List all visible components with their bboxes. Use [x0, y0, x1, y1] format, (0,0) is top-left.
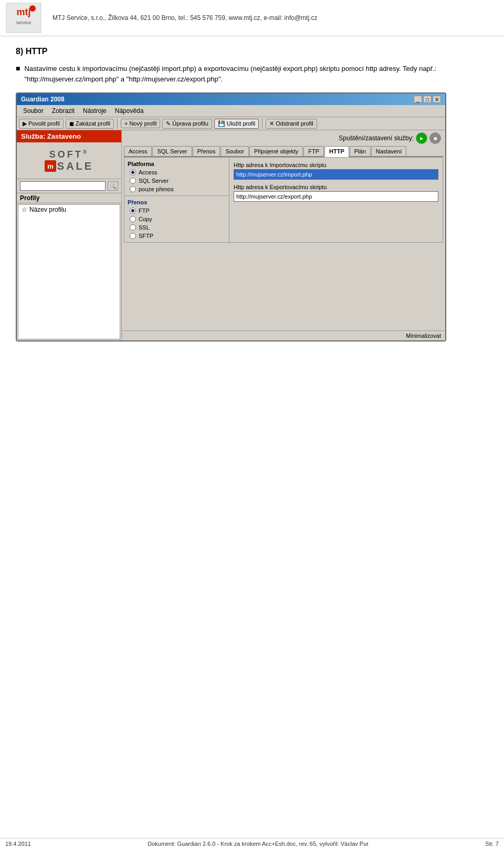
radio-sftp[interactable] — [130, 233, 136, 239]
radio-access[interactable] — [130, 169, 136, 175]
toolbar-novy-profil[interactable]: + Nový profil — [121, 119, 160, 128]
import-url-input[interactable] — [234, 169, 438, 180]
close-button[interactable]: ✕ — [433, 96, 441, 103]
company-phone: tel.: 545 576 759 — [178, 14, 225, 22]
menu-bar: Soubor Zobrazit Nástroje Nápověda — [17, 105, 445, 117]
save-icon: 💾 — [218, 120, 225, 127]
tabs-container: Access SQL Server Přenos Soubor Připojen… — [124, 146, 443, 330]
tab-http[interactable]: HTTP — [324, 146, 349, 157]
minimize-button[interactable]: _ — [414, 96, 422, 103]
minimize-label: Minimalizovat — [406, 333, 441, 339]
export-field-group: Http adresa k Exportovacímu skriptu — [234, 184, 438, 202]
platform-option-sqlserver[interactable]: SQL Server — [124, 177, 229, 185]
toolbar-uprava-profilu[interactable]: ✎ Úprava profilu — [162, 119, 212, 129]
main-content: 8) HTTP ■ Nastavíme cestu k importovacím… — [0, 36, 504, 352]
platform-pouze-prenos-label: pouze přenos — [139, 186, 174, 192]
svg-point-4 — [29, 5, 36, 12]
prenos-ftp-label: FTP — [139, 208, 150, 214]
export-url-label: Http adresa k Exportovacímu skriptu — [234, 184, 438, 190]
service-bar: Služba: Zastaveno — [17, 130, 121, 142]
platform-sqlserver-label: SQL Server — [139, 178, 169, 184]
tab-plan[interactable]: Plán — [350, 146, 371, 156]
window-body: Služba: Zastaveno SOFT® m SALE — [17, 130, 445, 340]
prenos-option-ssl[interactable]: SSL — [124, 223, 229, 232]
profile-item[interactable]: ☆ Název profilu — [18, 205, 120, 214]
bullet-text: Nastavíme cestu k importovacímu (nejčast… — [24, 64, 488, 84]
start-icon: ▶ — [420, 136, 423, 141]
tab-pripojene-objekty[interactable]: Připojené objekty — [249, 146, 303, 156]
tab-sqlserver[interactable]: SQL Server — [152, 146, 192, 156]
prenos-option-copy[interactable]: Copy — [124, 215, 229, 223]
toolbar: ▶ Povolit profil ◼ Zakázat profil + Nový… — [17, 117, 445, 130]
left-panel: Služba: Zastaveno SOFT® m SALE — [17, 130, 122, 340]
tab-soubor[interactable]: Soubor — [220, 146, 248, 156]
footer-document: Dokument: Guardian 2.6.0 - Krok za kroke… — [148, 841, 369, 847]
service-control: Spuštění/zastavení služby: ▶ ◼ — [122, 130, 445, 146]
toolbar-sep-1 — [117, 118, 118, 129]
softsale-logo: SOFT® m SALE — [45, 149, 93, 172]
stop-service-button[interactable]: ◼ — [429, 132, 441, 144]
prenos-ssl-label: SSL — [139, 224, 150, 231]
radio-ftp[interactable] — [130, 208, 136, 214]
tabs-header: Access SQL Server Přenos Soubor Připojen… — [124, 146, 443, 157]
tab-nastaveni[interactable]: Nastavení — [371, 146, 407, 156]
service-control-label: Spuštění/zastavení služby: — [339, 134, 414, 142]
play-icon: ▶ — [23, 120, 27, 127]
radio-sqlserver[interactable] — [130, 178, 136, 184]
menu-zobrazit[interactable]: Zobrazit — [48, 106, 79, 116]
toolbar-povolit-profil[interactable]: ▶ Povolit profil — [19, 119, 64, 129]
svg-text:mtj: mtj — [17, 7, 31, 17]
tab-access[interactable]: Access — [124, 146, 152, 156]
prenos-option-sftp[interactable]: SFTP — [124, 232, 229, 240]
page-footer: 19.4.2011 Dokument: Guardian 2.6.0 - Kro… — [0, 838, 504, 849]
platform-divider — [124, 195, 229, 196]
company-name: MTJ Service, s.r.o. — [52, 14, 104, 22]
company-address: Žilkova 44, 621 00 Brno — [108, 14, 175, 22]
page-header: mtj service MTJ Service, s.r.o., Žilkova… — [0, 0, 504, 36]
import-url-label: Http adresa k Importovacímu skriptu — [234, 162, 438, 168]
logo-area: SOFT® m SALE — [17, 142, 121, 179]
radio-copy[interactable] — [130, 216, 136, 222]
profiles-header: Profily — [17, 193, 121, 203]
menu-napoveda[interactable]: Nápověda — [111, 106, 148, 116]
window-bottom: Minimalizovat — [122, 330, 445, 340]
http-content: Http adresa k Importovacímu skriptu Http… — [229, 158, 443, 242]
titlebar: Guardian 2008 _ □ ✕ — [17, 94, 445, 105]
platform-option-access[interactable]: Access — [124, 168, 229, 177]
mtj-logo: mtj service — [5, 2, 42, 34]
search-button[interactable]: 🔍 — [108, 181, 118, 191]
search-input[interactable] — [20, 181, 106, 191]
menu-nastroje[interactable]: Nástroje — [79, 106, 111, 116]
footer-date: 19.4.2011 — [5, 841, 31, 847]
softsale-m-icon: m — [45, 160, 56, 172]
toolbar-sep-2 — [262, 118, 262, 129]
guardian-window: Guardian 2008 _ □ ✕ Soubor Zobrazit Nást… — [16, 92, 446, 341]
radio-pouze-prenos[interactable] — [130, 186, 136, 192]
maximize-button[interactable]: □ — [423, 96, 432, 103]
stop-icon: ◼ — [69, 120, 74, 127]
bullet-icon: ■ — [16, 64, 20, 73]
platform-panel: Platforma Access SQL Server — [124, 157, 443, 243]
menu-soubor[interactable]: Soubor — [19, 106, 48, 116]
delete-icon: ✕ — [269, 120, 274, 127]
start-service-button[interactable]: ▶ — [416, 132, 427, 144]
platform-option-pouze-prenos[interactable]: pouze přenos — [124, 185, 229, 193]
toolbar-zakazat-profil[interactable]: ◼ Zakázat profil — [66, 119, 114, 129]
toolbar-ulozit-profil[interactable]: 💾 Uložit profil — [214, 119, 259, 129]
tab-ftp[interactable]: FTP — [303, 146, 324, 156]
tab-prenos[interactable]: Přenos — [193, 146, 220, 156]
toolbar-odstranit-profil[interactable]: ✕ Odstranit profil — [266, 119, 317, 129]
prenos-option-ftp[interactable]: FTP — [124, 206, 229, 215]
section-heading: 8) HTTP — [16, 47, 488, 56]
titlebar-buttons: _ □ ✕ — [414, 96, 441, 103]
svg-text:service: service — [16, 20, 32, 25]
export-url-input[interactable] — [234, 191, 438, 202]
profile-list: ☆ Název profilu — [18, 204, 120, 339]
prenos-label: Přenos — [124, 198, 229, 206]
svg-text:m: m — [47, 162, 54, 170]
profile-name: Název profilu — [29, 206, 66, 213]
softsale-top-text: SOFT® — [49, 149, 89, 160]
right-area: Spuštění/zastavení služby: ▶ ◼ Access SQ… — [122, 130, 445, 340]
radio-ssl[interactable] — [130, 224, 136, 231]
window-title: Guardian 2008 — [21, 96, 65, 103]
